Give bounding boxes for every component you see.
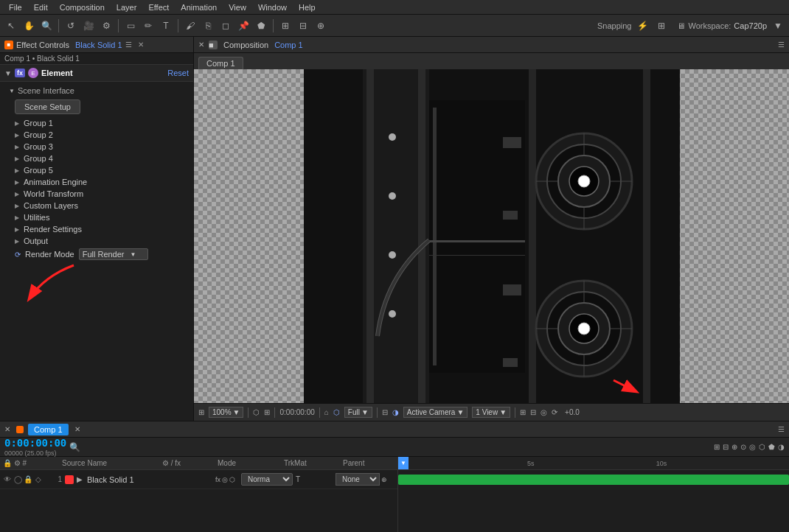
text-tool-btn[interactable]: T bbox=[158, 18, 174, 34]
comp-viewer-tab[interactable]: Comp 1 bbox=[198, 57, 243, 69]
utilities-label: Utilities bbox=[24, 213, 49, 222]
menu-edit[interactable]: Edit bbox=[28, 0, 54, 14]
shape-tool-btn[interactable]: ⬟ bbox=[253, 18, 269, 34]
tl-btn-8[interactable]: ◑ bbox=[778, 443, 785, 451]
svg-rect-36 bbox=[429, 255, 525, 256]
group5-item[interactable]: ▶ Group 5 bbox=[0, 164, 193, 176]
group1-item[interactable]: ▶ Group 1 bbox=[0, 117, 193, 129]
view-dropdown[interactable]: 1 View ▼ bbox=[472, 407, 510, 418]
menu-animation[interactable]: Animation bbox=[175, 0, 223, 14]
layer-eye-btn[interactable]: 👁 bbox=[3, 475, 12, 484]
layer-mode-select[interactable]: Normal Multiply Screen Add bbox=[241, 473, 293, 486]
snap-align-btn-3[interactable]: ⊕ bbox=[313, 18, 329, 34]
panel-menu-icon[interactable]: ☰ bbox=[125, 41, 132, 49]
rotate-tool-btn[interactable]: ↺ bbox=[63, 18, 79, 34]
snap-align-btn-2[interactable]: ⊟ bbox=[295, 18, 311, 34]
group4-item[interactable]: ▶ Group 4 bbox=[0, 153, 193, 164]
transparency-btn[interactable]: ⬡ bbox=[333, 408, 340, 416]
tl-tab-close[interactable]: ✕ bbox=[74, 425, 80, 433]
zoom-dropdown[interactable]: 100% ▼ bbox=[209, 407, 243, 418]
tl-btn-1[interactable]: ⊞ bbox=[714, 443, 720, 451]
group2-label: Group 2 bbox=[24, 130, 53, 139]
world-transform-item[interactable]: ▶ World Transform bbox=[0, 188, 193, 200]
timeline-tab[interactable]: Comp 1 bbox=[28, 424, 69, 435]
settings-btn[interactable]: ⚙ bbox=[98, 18, 114, 34]
tl-btn-2[interactable]: ⊟ bbox=[723, 443, 729, 451]
custom-layers-item[interactable]: ▶ Custom Layers bbox=[0, 200, 193, 211]
grid-btn[interactable]: ⊞ bbox=[264, 408, 270, 416]
scene-interface-arrow[interactable]: ▼ bbox=[9, 88, 15, 94]
tl-panel-close[interactable]: ✕ bbox=[4, 425, 10, 433]
layer-motion-blur-btn[interactable]: ◎ bbox=[222, 476, 228, 483]
tl-btn-7[interactable]: ⬟ bbox=[768, 443, 775, 451]
render-btn-1[interactable]: ⊞ bbox=[520, 408, 526, 416]
quality-dropdown[interactable]: Full ▼ bbox=[344, 407, 372, 418]
camera-dropdown[interactable]: Active Camera ▼ bbox=[403, 407, 468, 418]
layer-3d-btn[interactable]: ⬡ bbox=[229, 476, 235, 483]
menu-view[interactable]: View bbox=[223, 0, 252, 14]
snapping-btn-1[interactable]: ⚡ bbox=[634, 18, 650, 34]
comp-panel-menu[interactable]: ☰ bbox=[778, 41, 785, 49]
menu-composition[interactable]: Composition bbox=[54, 0, 111, 14]
clone-tool-btn[interactable]: ⎘ bbox=[200, 18, 216, 34]
channel-btn[interactable]: ⊟ bbox=[382, 408, 388, 416]
utilities-item[interactable]: ▶ Utilities bbox=[0, 211, 193, 223]
fx-expand-arrow[interactable]: ▼ bbox=[4, 69, 12, 77]
snap-align-btn-1[interactable]: ⊞ bbox=[277, 18, 293, 34]
layer-timeline-bar[interactable] bbox=[398, 475, 789, 485]
panel-close-icon[interactable]: ✕ bbox=[138, 41, 144, 49]
layer-parent-select[interactable]: None bbox=[336, 473, 380, 486]
zoom-tool-btn[interactable]: 🔍 bbox=[38, 18, 55, 34]
layer-parent-icon[interactable]: ⊕ bbox=[381, 476, 387, 483]
layer-shy-btn[interactable]: ◇ bbox=[34, 475, 43, 484]
timeline-search-icon[interactable]: 🔍 bbox=[69, 442, 80, 452]
render-settings-item[interactable]: ▶ Render Settings bbox=[0, 223, 193, 235]
tl-btn-3[interactable]: ⊕ bbox=[731, 443, 737, 451]
scene-setup-button[interactable]: Scene Setup bbox=[15, 99, 80, 114]
render-viewport[interactable] bbox=[194, 69, 789, 403]
playhead-indicator[interactable]: ▼ bbox=[398, 457, 409, 469]
viewer-fit-btn[interactable]: ⊞ bbox=[198, 408, 204, 416]
region-btn[interactable]: ⬡ bbox=[253, 408, 260, 416]
color-mgmt-btn[interactable]: ◑ bbox=[392, 408, 399, 416]
keyframe-area[interactable] bbox=[398, 470, 789, 532]
hand-tool-btn[interactable]: ✋ bbox=[21, 18, 37, 34]
tl-btn-6[interactable]: ⬡ bbox=[759, 443, 765, 451]
rect-tool-btn[interactable]: ▭ bbox=[122, 18, 139, 34]
render-btn-4[interactable]: ⟳ bbox=[552, 408, 557, 416]
pen-tool-btn[interactable]: ✏ bbox=[140, 18, 156, 34]
render-btn-3[interactable]: ◎ bbox=[541, 408, 547, 416]
reset-button[interactable]: Reset bbox=[167, 69, 189, 77]
animation-engine-item[interactable]: ▶ Animation Engine bbox=[0, 176, 193, 188]
render-btn-2[interactable]: ⊟ bbox=[530, 408, 536, 416]
tl-panel-menu[interactable]: ☰ bbox=[778, 425, 785, 433]
workspace-value[interactable]: Cap720p bbox=[734, 21, 767, 30]
puppet-tool-btn[interactable]: 📌 bbox=[235, 18, 251, 34]
tl-btn-5[interactable]: ◎ bbox=[749, 443, 756, 451]
selection-tool-btn[interactable]: ↖ bbox=[3, 18, 19, 34]
menu-layer[interactable]: Layer bbox=[111, 0, 143, 14]
tl-btn-4[interactable]: ⊙ bbox=[740, 443, 746, 451]
snapping-btn-2[interactable]: ⊞ bbox=[653, 18, 670, 34]
group3-item[interactable]: ▶ Group 3 bbox=[0, 141, 193, 153]
menu-help[interactable]: Help bbox=[293, 0, 321, 14]
group2-item[interactable]: ▶ Group 2 bbox=[0, 129, 193, 141]
brush-tool-btn[interactable]: 🖌 bbox=[182, 18, 198, 34]
layer-fx-icon[interactable]: fx bbox=[215, 476, 220, 483]
home-btn[interactable]: ⌂ bbox=[324, 408, 329, 416]
vt-sep-3 bbox=[319, 407, 320, 418]
menu-window[interactable]: Window bbox=[252, 0, 293, 14]
comp-panel-close[interactable]: ✕ bbox=[198, 41, 204, 49]
tl-col-headers: 🔒 ⚙ # Source Name ⚙ / fx Mode TrkMat Par… bbox=[0, 457, 397, 470]
camera-orbit-btn[interactable]: 🎥 bbox=[80, 18, 97, 34]
menu-file[interactable]: File bbox=[3, 0, 28, 14]
output-item[interactable]: ▶ Output bbox=[0, 235, 193, 247]
workspace-dropdown-btn[interactable]: ▼ bbox=[770, 18, 786, 34]
menu-effect[interactable]: Effect bbox=[142, 0, 175, 14]
render-mode-dropdown[interactable]: Full Render ▼ bbox=[79, 248, 149, 260]
toolbar-sep-3 bbox=[178, 19, 178, 32]
eraser-tool-btn[interactable]: ◻ bbox=[218, 18, 234, 34]
layer-lock-btn[interactable]: 🔒 bbox=[24, 475, 32, 484]
layer-solo-btn[interactable]: ◯ bbox=[13, 475, 22, 484]
layer-expand-btn[interactable]: ▶ bbox=[77, 475, 83, 483]
